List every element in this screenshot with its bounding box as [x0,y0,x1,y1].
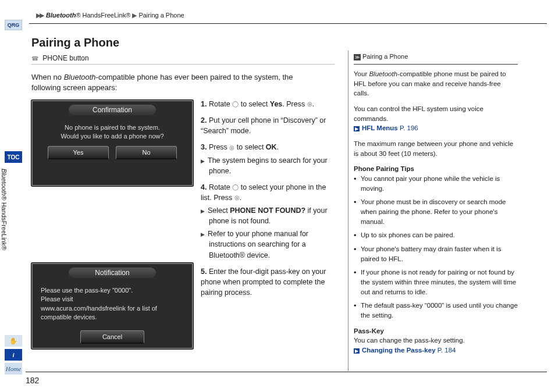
home-icon[interactable]: Home [5,363,22,375]
press-icon [234,194,240,202]
step-5: 5. Enter the four-digit pass-key on your… [201,266,336,298]
step-1: 1. Rotate to select Yes. Press . [201,99,336,109]
page-number: 182 [26,376,39,385]
section-vertical-label: Bluetooth® HandsFreeLink® [1,169,8,256]
screen-no-button[interactable]: No [116,146,177,159]
list-item: If your phone is not ready for pairing o… [354,268,518,297]
press-icon [307,100,312,108]
breadcrumb-arrow-icon: ▶ [132,12,136,19]
continuation-icon: ≫ [354,54,361,60]
voice-icon[interactable]: ✋ [5,335,22,347]
list-item: Your phone's battery may drain faster wh… [354,244,518,263]
rotate-icon [232,100,239,108]
screen-title: Notification [69,268,156,278]
passkey-heading: Pass-Key [354,326,518,336]
tips-heading: Phone Pairing Tips [354,164,518,174]
screen-cancel-button[interactable]: Cancel [80,330,144,344]
screen-confirmation: Confirmation No phone is paired to the s… [31,100,193,186]
tips-list: You cannot pair your phone while the veh… [354,174,518,320]
rotate-icon [232,183,239,191]
screen-title: Confirmation [69,105,156,115]
screen-yes-button[interactable]: Yes [48,146,109,159]
step-3: 3. Press to select OK. The system begins… [201,142,336,176]
link-icon [354,347,362,354]
phone-button-line: PHONE button [31,54,89,62]
section-rule [31,64,335,65]
breadcrumb-seg1: Bluetooth [46,12,76,19]
list-item: The default pass-key “0000” is used unti… [354,301,518,320]
page-title: Pairing a Phone [31,36,119,49]
list-item: Up to six phones can be paired. [354,230,518,240]
info-icon[interactable]: i [5,349,22,361]
list-item: You cannot pair your phone while the veh… [354,174,518,193]
screen-body: Please use the pass-key "0000". Please v… [33,278,192,327]
breadcrumb-arrow-icon: ▶▶ [36,12,43,19]
screen-notification: Notification Please use the pass-key "00… [31,263,193,349]
step-list: 1. Rotate to select Yes. Press . 2. Put … [201,99,336,304]
screen-body: No phone is paired to the system. Would … [33,115,192,146]
step-2: 2. Put your cell phone in “Discovery” or… [201,115,336,136]
step-4: 4. Rotate to select your phone in the li… [201,182,336,261]
footer-rule [26,372,547,372]
sidebar: ≫Pairing a Phone Your Bluetooth-compatib… [354,52,518,361]
phone-icon [31,54,41,62]
intro-text: When no Bluetooth-compatible phone has e… [31,72,322,93]
sidebar-heading: ≫Pairing a Phone [354,52,518,62]
qrg-tab[interactable]: QRG [5,20,22,30]
link-changing-passkey[interactable]: Changing the Pass-key [362,347,436,354]
toc-tab[interactable]: TOC [5,151,22,163]
sidebar-divider [348,51,348,371]
list-item: Your phone must be in discovery or searc… [354,197,518,226]
breadcrumb-seg2: Pairing a Phone [138,12,184,19]
press-icon [229,143,234,151]
link-icon [354,124,362,131]
header-rule [29,23,547,24]
breadcrumb: ▶▶ Bluetooth® HandsFreeLink® ▶ Pairing a… [36,12,184,19]
link-hfl-menus[interactable]: HFL Menus [362,124,398,131]
